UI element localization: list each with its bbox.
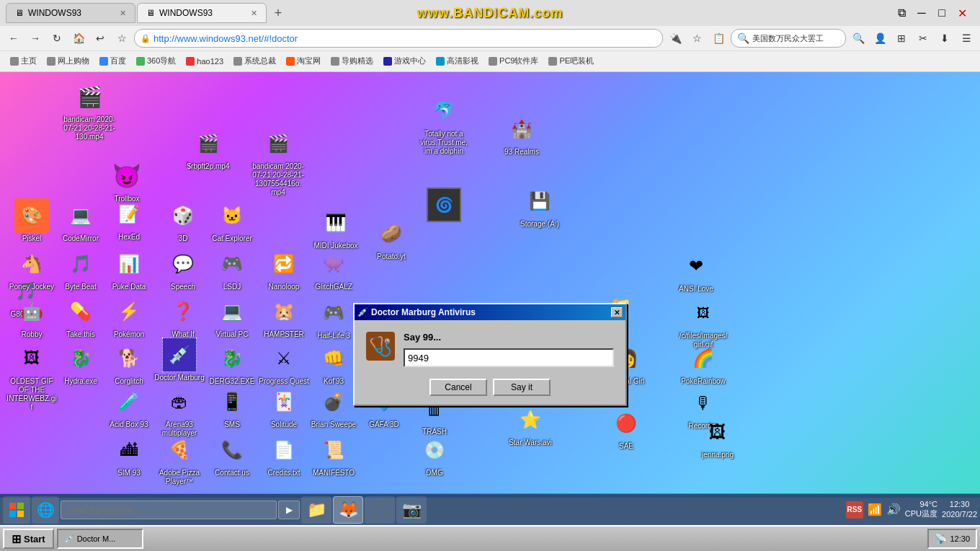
icon-codemirror[interactable]: 💻 CodeMirror bbox=[55, 198, 107, 243]
icon-robby[interactable]: 🤖 Robby bbox=[6, 294, 58, 339]
extensions-button[interactable]: 🔌 bbox=[666, 29, 685, 48]
window-close-button[interactable]: ✕ bbox=[953, 4, 971, 22]
bookmark-pc9[interactable]: PC9软件库 bbox=[484, 54, 543, 68]
bookmark-button[interactable]: ☆ bbox=[112, 29, 131, 48]
bookmark-360[interactable]: 360导航 bbox=[132, 54, 180, 68]
settings-button[interactable]: ☰ bbox=[957, 29, 976, 48]
refresh-button[interactable]: ↻ bbox=[48, 29, 66, 48]
profiles-button[interactable]: 👤 bbox=[870, 29, 889, 48]
icon-bandicam1[interactable]: 🎬 bandicam 2020-07-21 20-28-21-130.mp4 bbox=[63, 79, 115, 141]
win7-search-button[interactable]: ▶ bbox=[278, 501, 300, 519]
bookmark-video[interactable]: 高清影视 bbox=[432, 54, 483, 68]
icon-adobe-pizza[interactable]: 🍕 Adobe Pizza Player™ bbox=[153, 433, 205, 486]
bookmark-hao123[interactable]: hao123 bbox=[182, 56, 228, 67]
win7-item-explorer[interactable]: 📁 bbox=[301, 496, 331, 524]
icon-star-wars[interactable]: ⭐ Star Wars.avi bbox=[504, 402, 556, 447]
icon-corglitch[interactable]: 🐕 Corglitch bbox=[103, 341, 155, 386]
start-button[interactable]: ⊞ Start bbox=[3, 529, 54, 549]
bookmark-shopping[interactable]: 网上购物 bbox=[43, 54, 94, 68]
icon-3d[interactable]: 🎲 3D bbox=[157, 198, 209, 243]
tab-2-close[interactable]: ✕ bbox=[251, 9, 257, 18]
icon-ansi-love[interactable]: ❤ ANSI Love bbox=[670, 249, 722, 294]
icon-hampster[interactable]: 🐹 HAMPSTER bbox=[258, 294, 310, 339]
icon-totally-virus[interactable]: 🐬 Totally not a virus.Trust me, im a dol… bbox=[418, 94, 470, 156]
download-button[interactable]: ⬇ bbox=[935, 29, 954, 48]
icon-doctor-marburg[interactable]: 💉 Doctor Marburg bbox=[153, 338, 205, 382]
dialog-cancel-button[interactable]: Cancel bbox=[429, 379, 487, 396]
win7-start-button[interactable] bbox=[3, 496, 30, 524]
icon-dmg[interactable]: 💿 DMG bbox=[409, 433, 460, 477]
icon-byte-beat[interactable]: 🎵 Byte Beat bbox=[55, 247, 107, 291]
bookmark-taobao[interactable]: 淘宝网 bbox=[282, 54, 325, 68]
icon-acid-box[interactable]: 🧪 Acid Box 93 bbox=[103, 384, 155, 429]
icon-midi-jukebox[interactable]: 🎹 MIDI Jukebox bbox=[310, 206, 362, 250]
icon-brian-sweepe[interactable]: 💣 Brian Sweepe bbox=[308, 384, 360, 429]
undo-button[interactable]: ↩ bbox=[91, 29, 110, 48]
icon-half-life3[interactable]: 🎮 Half-Life 3 bbox=[308, 296, 360, 340]
bookmark-sysceo[interactable]: 系统总裁 bbox=[229, 54, 280, 68]
icon-progress-quest[interactable]: ⚔ Progress Quest bbox=[258, 341, 310, 386]
icon-solitude[interactable]: 🃏 Solitude bbox=[258, 384, 310, 429]
icon-sim93[interactable]: 🏙 SIM 93 bbox=[103, 433, 155, 477]
tab-2[interactable]: 🖥 WINDOWS93 ✕ bbox=[137, 3, 267, 23]
icon-glitch-galz[interactable]: 👾 GlitchGALZ bbox=[308, 247, 360, 291]
icon-derg32[interactable]: 🐉 DERG32.EXE bbox=[206, 341, 258, 386]
address-input[interactable] bbox=[153, 33, 656, 44]
icon-contact-us[interactable]: 📞 Contact us bbox=[206, 433, 258, 477]
home-button[interactable]: 🏠 bbox=[69, 29, 88, 48]
icon-piskel[interactable]: 🎨 Piskel bbox=[6, 198, 58, 243]
icon-kof93[interactable]: 👊 Kof'93 bbox=[308, 341, 360, 386]
icon-nanoloop[interactable]: 🔁 Nanoloop bbox=[258, 247, 310, 291]
bookmark-games[interactable]: 游戏中心 bbox=[379, 54, 430, 68]
bookmark-zhuyeh[interactable]: 主页 bbox=[6, 54, 41, 68]
taskbar-item-doctor[interactable]: 💉 Doctor M... bbox=[57, 529, 143, 549]
tab-1-close[interactable]: ✕ bbox=[120, 9, 126, 18]
win7-search-input[interactable] bbox=[61, 501, 277, 519]
icon-puke-data[interactable]: 📊 Puke Data bbox=[103, 247, 155, 291]
new-tab-button[interactable]: + bbox=[268, 3, 288, 23]
icon-sae[interactable]: 🔴 SAE bbox=[600, 406, 652, 451]
win7-item-firefox[interactable]: 🦊 bbox=[333, 496, 363, 524]
icon-sms[interactable]: 📱 SMS bbox=[206, 384, 258, 429]
icon-hexed[interactable]: 📝 HexEd bbox=[103, 197, 155, 242]
icon-maze[interactable]: 🌀 bbox=[418, 188, 470, 224]
icon-bandicam2[interactable]: 🎬 bandicam 2020-07-21 20-28-21-130755441… bbox=[252, 126, 304, 197]
icon-oldest-gif[interactable]: 🖼 OLDEST GIF OF THE INTERWEBZ.gif bbox=[6, 341, 58, 412]
star-button[interactable]: ☆ bbox=[687, 29, 706, 48]
bookmark-guide[interactable]: 导购精选 bbox=[326, 54, 378, 68]
icon-virtual-pc[interactable]: 💻 Virtual PC bbox=[206, 294, 258, 339]
window-restore-icon[interactable]: ⧉ bbox=[892, 4, 911, 22]
dialog-close-button[interactable]: ✕ bbox=[611, 307, 623, 317]
icon-poke-rainbow[interactable]: 🌈 PokeRainbow bbox=[677, 341, 729, 386]
window-maximize-button[interactable]: □ bbox=[932, 4, 951, 22]
win7-ie-button[interactable]: 🌐 bbox=[32, 496, 59, 524]
cut-button[interactable]: ✂ bbox=[914, 29, 932, 48]
icon-credits-txt[interactable]: 📄 Credits.txt bbox=[258, 433, 310, 477]
icon-pokemen[interactable]: ⚡ Pokémon bbox=[103, 294, 155, 339]
icon-93-realms[interactable]: 🏰 93 Realms bbox=[496, 112, 548, 157]
icon-jenna-png[interactable]: 🖼 jenna.png bbox=[692, 415, 744, 459]
icon-storage-a[interactable]: 💾 Storage (A:) bbox=[514, 184, 566, 229]
win7-item-media[interactable]: 🎵 bbox=[365, 496, 395, 524]
icon-arena93[interactable]: 🏟 Arena93 multiplayer bbox=[153, 384, 205, 438]
dialog-titlebar[interactable]: 💉 Doctor Marburg Antivirus ✕ bbox=[355, 304, 625, 320]
window-minimize-button[interactable]: ─ bbox=[912, 4, 931, 22]
dialog-say-it-button[interactable]: Say it bbox=[493, 379, 551, 396]
win7-item-camera[interactable]: 📷 bbox=[396, 496, 427, 524]
icon-speech[interactable]: 💬 Speech bbox=[157, 247, 209, 291]
icon-take-this[interactable]: 💊 Take this bbox=[55, 294, 107, 339]
icon-manifesto[interactable]: 📜 MANIFESTO bbox=[308, 433, 360, 477]
tab-1[interactable]: 🖥 WINDOWS93 ✕ bbox=[6, 3, 135, 23]
back-button[interactable]: ← bbox=[4, 29, 23, 48]
icon-srbpft2p[interactable]: 🎬 $rbpft2p.mp4 bbox=[182, 126, 234, 171]
dialog-input-field[interactable] bbox=[404, 348, 614, 367]
icon-cat-explorer[interactable]: 🐱 Cat Explorer bbox=[206, 198, 258, 243]
bookmark-baidu[interactable]: 百度 bbox=[95, 54, 130, 68]
icon-what-if[interactable]: ❓ What If bbox=[157, 294, 209, 339]
icon-poney-jockey[interactable]: 🐴 Poney Jockey bbox=[6, 247, 58, 291]
search-button[interactable]: 🔍 bbox=[849, 29, 868, 48]
icon-hydra-exe[interactable]: 🐉 Hydra.exe bbox=[55, 341, 107, 386]
icon-potato-yt[interactable]: 🥔 Potato.yt bbox=[365, 216, 417, 261]
forward-button[interactable]: → bbox=[26, 29, 45, 48]
icon-lsdj[interactable]: 🎮 LSDJ bbox=[206, 247, 258, 291]
